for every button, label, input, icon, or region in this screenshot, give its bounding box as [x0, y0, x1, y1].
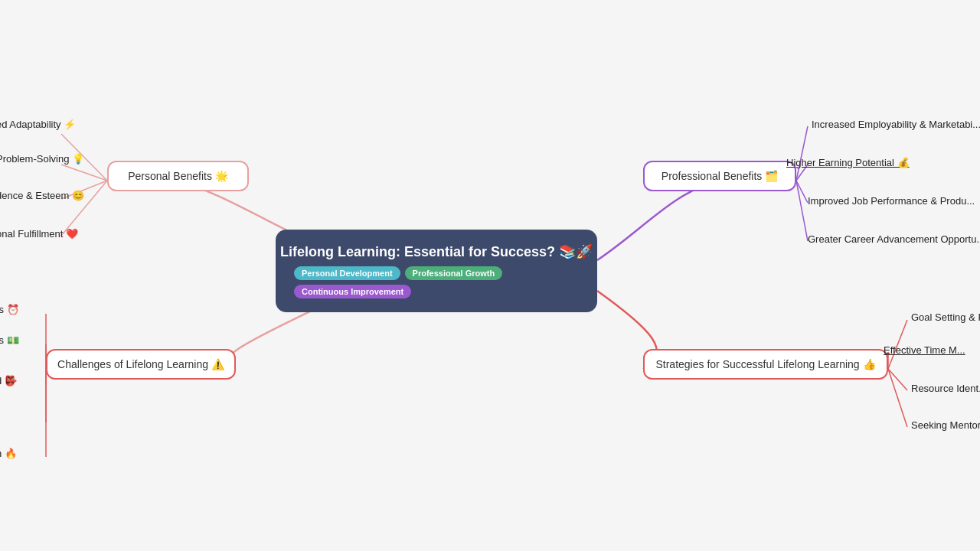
leaf-strategy-4: Seeking Mentor...	[911, 419, 980, 431]
mind-map-canvas: Lifelong Learning: Essential for Success…	[0, 0, 980, 551]
leaf-challenge-1: ts ⏰	[0, 304, 19, 315]
strategies-node[interactable]: Strategies for Successful Lifelong Learn…	[643, 349, 888, 380]
professional-benefits-label: Professional Benefits 🗂️	[662, 170, 778, 182]
professional-benefits-node[interactable]: Professional Benefits 🗂️	[643, 161, 796, 191]
center-title: Lifelong Learning: Essential for Success…	[280, 243, 593, 260]
challenges-node[interactable]: Challenges of Lifelong Learning ⚠️	[46, 349, 236, 380]
svg-line-4	[796, 126, 808, 181]
leaf-problem-solving: Problem-Solving 💡	[0, 153, 84, 165]
svg-line-6	[796, 181, 808, 203]
leaf-employability: Increased Employability & Marketabi...	[812, 119, 980, 130]
svg-line-15	[888, 369, 907, 390]
leaf-strategy-1: Goal Setting & P...	[911, 311, 980, 323]
leaf-challenge-2: ts 💵	[0, 334, 19, 346]
svg-line-1	[61, 165, 107, 181]
leaf-fulfillment: onal Fulfillment ❤️	[0, 228, 78, 240]
strategies-label: Strategies for Successful Lifelong Learn…	[655, 358, 875, 370]
leaf-strategy-2: Effective Time M...	[884, 344, 965, 356]
leaf-strategy-3: Resource Ident...	[911, 383, 980, 394]
leaf-job-performance: Improved Job Performance & Produ...	[808, 195, 975, 207]
leaf-earning-potential: Higher Earning Potential 💰	[786, 157, 910, 168]
svg-line-16	[888, 369, 907, 427]
personal-benefits-label: Personal Benefits 🌟	[128, 170, 228, 182]
personal-benefits-node[interactable]: Personal Benefits 🌟	[107, 161, 249, 191]
svg-line-7	[796, 181, 808, 241]
center-tags: Personal Development Professional Growth…	[294, 266, 579, 298]
leaf-challenge-5: n 🔥	[0, 448, 17, 459]
tag-continuous-improvement: Continuous Improvement	[294, 285, 411, 298]
tag-personal-development: Personal Development	[294, 266, 400, 280]
center-node[interactable]: Lifelong Learning: Essential for Success…	[276, 230, 597, 312]
leaf-confidence: dence & Esteem 😊	[0, 190, 84, 201]
challenges-label: Challenges of Lifelong Learning ⚠️	[57, 358, 224, 370]
leaf-challenge-3: d 👺	[0, 375, 17, 386]
tag-professional-growth: Professional Growth	[405, 266, 503, 280]
leaf-career-advancement: Greater Career Advancement Opportu...	[808, 233, 980, 245]
leaf-adaptability: ed Adaptability ⚡	[0, 119, 76, 130]
